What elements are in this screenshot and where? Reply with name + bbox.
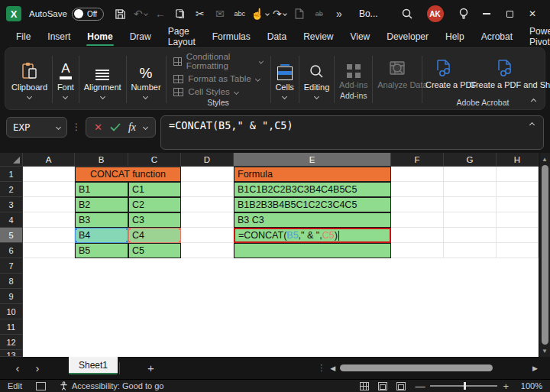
col-header-e[interactable]: E [234,153,391,167]
close-button[interactable]: ✕ [521,4,544,24]
cell-g1[interactable] [444,167,497,182]
cell-h3[interactable] [497,197,539,212]
cell-e2[interactable]: B1C1B2C2B3C3B4C4B5C5 [234,182,391,197]
col-header-c[interactable]: C [128,153,181,167]
row-header-11[interactable]: 11 [0,319,23,335]
cell-d5[interactable] [181,228,234,243]
cell-a3[interactable] [23,197,75,212]
cancel-entry-button[interactable]: ✕ [94,121,102,133]
search-button[interactable] [398,5,416,23]
redo-button[interactable]: ↷ [270,5,289,23]
tab-view[interactable]: View [341,29,378,44]
range-handle[interactable] [75,241,77,243]
cell-h1[interactable] [497,167,539,182]
select-all-button[interactable] [0,153,23,167]
cell-b6[interactable]: B5 [75,243,128,258]
cells-group-button[interactable]: Cells [270,51,298,108]
cell-e6[interactable] [234,243,391,258]
cell-e3[interactable]: B1B2B3B4B5C1C2C3C4C5 [234,197,391,212]
row-header-6[interactable]: 6 [0,243,23,258]
cell-d6[interactable] [181,243,234,258]
tab-page-layout[interactable]: Page Layout [160,24,204,50]
col-header-f[interactable]: F [391,153,444,167]
macro-record-button[interactable] [36,382,46,390]
cell-c4[interactable]: C3 [128,212,181,228]
empty-rows[interactable]: 7 8 9 10 11 12 13 [0,258,539,357]
col-header-h[interactable]: H [497,153,539,167]
col-header-g[interactable]: G [444,153,497,167]
tell-me-button[interactable] [455,5,473,23]
tab-formulas[interactable]: Formulas [204,29,259,44]
row-header-1[interactable]: 1 [0,167,23,182]
normal-view-button[interactable] [360,382,369,390]
zoom-in-button[interactable]: + [503,381,509,392]
collapse-formula-bar-button[interactable] [529,122,535,128]
number-group-button[interactable]: % Number [126,51,165,108]
zoom-slider-knob[interactable] [464,382,466,390]
tab-data[interactable]: Data [259,29,295,44]
scroll-down-icon[interactable]: ▼ [542,346,548,355]
row-header-2[interactable]: 2 [0,182,23,197]
scroll-up-icon[interactable]: ▲ [542,154,548,164]
cell-c6[interactable]: C5 [128,243,181,258]
cell-h6[interactable] [497,243,539,258]
cell-a5[interactable] [23,228,75,243]
row-header-10[interactable]: 10 [0,304,23,319]
cut-button[interactable]: ✂ [191,5,209,23]
cell-e1[interactable]: Formula [234,167,391,182]
range-handle[interactable] [179,228,181,230]
cell-c3[interactable]: C2 [128,197,181,212]
autosave-toggle[interactable]: Off [72,8,104,21]
name-box[interactable]: EXP [6,117,67,138]
row-header-7[interactable]: 7 [0,258,23,274]
vertical-scroll-thumb[interactable] [542,165,548,345]
col-header-a[interactable]: A [23,153,75,167]
range-handle[interactable] [128,241,131,243]
range-handle[interactable] [75,228,77,230]
page-break-view-button[interactable] [396,382,406,390]
vertical-scrollbar[interactable]: ▲ ▼ [539,153,550,357]
cell-f2[interactable] [391,182,444,197]
cell-g5[interactable] [444,228,497,243]
cell-d3[interactable] [181,197,234,212]
row-header-4[interactable]: 4 [0,212,23,228]
zoom-slider[interactable] [430,385,497,387]
accept-entry-button[interactable] [110,123,121,131]
row-header-3[interactable]: 3 [0,197,23,212]
cell-f4[interactable] [391,212,444,228]
add-sheet-button[interactable]: + [147,361,154,374]
row-header-12[interactable]: 12 [0,335,23,350]
cell-e5-editing[interactable]: =CONCAT(B5," & ",C5) [234,228,391,243]
user-avatar[interactable]: AK [427,5,444,22]
cell-c2[interactable]: C1 [128,182,181,197]
col-header-b[interactable]: B [75,153,128,167]
editing-group-button[interactable]: Editing [299,51,335,108]
horizontal-scrollbar[interactable] [340,364,514,372]
cell-d1[interactable] [181,167,234,182]
tab-developer[interactable]: Developer [378,29,437,44]
zoom-out-button[interactable]: — [415,381,425,392]
cell-g2[interactable] [444,182,497,197]
accessibility-status[interactable]: Accessibility: Good to go [60,381,163,390]
tab-help[interactable]: Help [437,29,473,44]
page-layout-view-button[interactable] [378,382,387,390]
create-pdf-share-button[interactable]: Create a PDF and Share link [470,58,540,91]
sheet-tab-sheet1[interactable]: Sheet1 [69,357,118,374]
copy-button[interactable] [171,5,189,23]
cell-g4[interactable] [444,212,497,228]
tab-acrobat[interactable]: Acrobat [473,29,521,44]
font-group-button[interactable]: A Font [53,51,79,108]
cell-b2[interactable]: B1 [75,182,128,197]
tab-file[interactable]: File [8,29,39,44]
range-handle[interactable] [128,228,131,230]
touch-mode-button[interactable]: ☝ [251,5,269,23]
tab-draw[interactable]: Draw [121,29,160,44]
cell-b3[interactable]: B2 [75,197,128,212]
tab-review[interactable]: Review [295,29,341,44]
horizontal-scroll-thumb[interactable] [340,364,493,371]
prev-sheet-button[interactable]: ‹ [8,361,28,374]
clipboard-group-button[interactable]: Clipboard [7,51,52,108]
save-button[interactable] [112,5,130,23]
cell-e4[interactable]: B3 C3 [234,212,391,228]
minimize-button[interactable] [475,4,498,24]
